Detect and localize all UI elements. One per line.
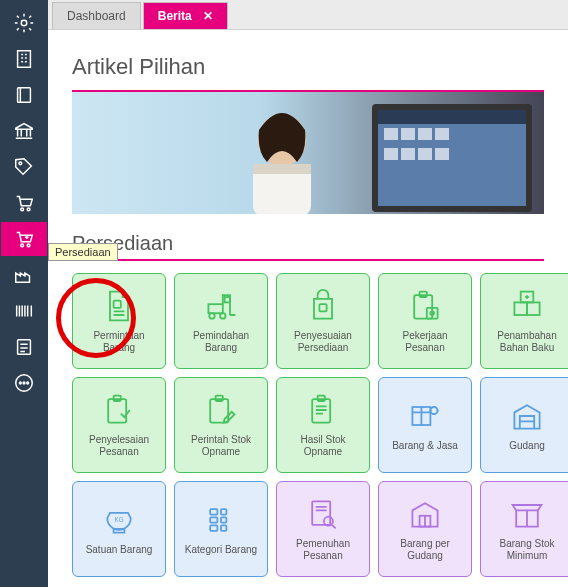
svg-point-12 (27, 382, 29, 384)
bag-icon (305, 288, 341, 324)
svg-rect-38 (210, 509, 217, 514)
card-label: Penyelesaian Pesanan (77, 434, 161, 459)
svg-point-3 (19, 162, 22, 165)
nav-purchase[interactable] (1, 186, 47, 220)
cart-icon (13, 192, 35, 214)
tag-icon (13, 156, 35, 178)
box-open-icon (509, 496, 545, 532)
svg-rect-44 (312, 501, 330, 524)
card-label: Permintaan Barang (77, 330, 161, 355)
card-perintah-stok-opname[interactable]: Perintah Stok Opname (174, 377, 268, 473)
circle-dots-icon (13, 372, 35, 394)
tooltip: Persediaan (48, 243, 118, 261)
svg-rect-40 (210, 525, 217, 530)
card-label: Barang per Gudang (383, 538, 467, 563)
svg-point-36 (430, 407, 437, 414)
boxes-plus-icon (509, 288, 545, 324)
clipboard-edit-icon (203, 392, 239, 428)
main-content: Dashboard Berita ✕ Artikel Pilihan (48, 0, 568, 587)
clipboard-gear-icon (407, 288, 443, 324)
nav-ledger[interactable] (1, 78, 47, 112)
page-title: Artikel Pilihan (72, 54, 544, 80)
svg-rect-42 (221, 517, 226, 522)
card-label: Kategori Barang (185, 544, 257, 557)
book-icon (13, 84, 35, 106)
banner-monitor-illustration (372, 104, 532, 212)
card-barang-per-gudang[interactable]: Barang per Gudang (378, 481, 472, 577)
warehouse-icon (509, 398, 545, 434)
card-pemindahan-barang[interactable]: Pemindahan Barang (174, 273, 268, 369)
card-permintaan-barang[interactable]: Permintaan Barang (72, 273, 166, 369)
card-label: Satuan Barang (86, 544, 153, 557)
sidebar (0, 0, 48, 587)
card-label: Barang Stok Minimum (485, 538, 568, 563)
document-search-icon (305, 496, 341, 532)
card-barang-stok-minimum[interactable]: Barang Stok Minimum (480, 481, 568, 577)
building-icon (13, 48, 35, 70)
svg-rect-27 (527, 302, 540, 315)
nav-inventory[interactable] (1, 222, 47, 256)
card-satuan-barang[interactable]: KG Satuan Barang (72, 481, 166, 577)
svg-point-11 (23, 382, 25, 384)
card-penyesuaian-persediaan[interactable]: Penyesuaian Persediaan (276, 273, 370, 369)
svg-point-6 (21, 244, 24, 247)
forklift-icon (203, 288, 239, 324)
card-gudang[interactable]: Gudang (480, 377, 568, 473)
svg-rect-15 (253, 164, 311, 174)
section-title: Persediaan (72, 232, 544, 255)
tab-label: Berita (158, 9, 192, 23)
card-label: Pekerjaan Pesanan (383, 330, 467, 355)
nav-other[interactable] (1, 366, 47, 400)
divider (72, 259, 544, 261)
svg-rect-29 (108, 399, 126, 422)
nav-report[interactable] (1, 330, 47, 364)
report-icon (13, 336, 35, 358)
svg-text:KG: KG (114, 516, 123, 523)
nav-company[interactable] (1, 42, 47, 76)
svg-rect-16 (114, 300, 121, 307)
close-icon[interactable]: ✕ (203, 9, 213, 23)
svg-rect-33 (312, 399, 330, 422)
tab-berita[interactable]: Berita ✕ (143, 2, 228, 29)
card-kategori-barang[interactable]: Kategori Barang (174, 481, 268, 577)
nav-barcode[interactable] (1, 294, 47, 328)
svg-rect-20 (225, 297, 230, 302)
svg-rect-34 (318, 395, 325, 400)
card-label: Pemindahan Barang (179, 330, 263, 355)
factory-icon (13, 264, 35, 286)
card-label: Pemenuhan Pesanan (281, 538, 365, 563)
scale-icon: KG (101, 502, 137, 538)
svg-point-5 (27, 208, 30, 211)
box-gear-icon (407, 398, 443, 434)
gear-icon (13, 12, 35, 34)
svg-point-7 (27, 244, 30, 247)
nav-assets[interactable] (1, 258, 47, 292)
hero-banner (72, 90, 544, 214)
banner-person-illustration (217, 100, 347, 214)
card-penyelesaian-pesanan[interactable]: Penyelesaian Pesanan (72, 377, 166, 473)
svg-rect-21 (319, 304, 326, 311)
document-icon (101, 288, 137, 324)
card-hasil-stok-opname[interactable]: Hasil Stok Opname (276, 377, 370, 473)
card-pemenuhan-pesanan[interactable]: Pemenuhan Pesanan (276, 481, 370, 577)
svg-point-18 (209, 313, 214, 318)
tab-dashboard[interactable]: Dashboard (52, 2, 141, 29)
nav-sales[interactable] (1, 150, 47, 184)
svg-rect-39 (210, 517, 217, 522)
clipboard-check-icon (101, 392, 137, 428)
card-penambahan-bahan-baku[interactable]: Penambahan Bahan Baku (480, 273, 568, 369)
card-label: Gudang (509, 440, 545, 453)
svg-point-9 (16, 375, 33, 392)
card-barang-jasa[interactable]: Barang & Jasa (378, 377, 472, 473)
barcode-icon (13, 300, 35, 322)
grid-icon (203, 502, 239, 538)
nav-cash[interactable] (1, 114, 47, 148)
card-label: Penambahan Bahan Baku (485, 330, 568, 355)
nav-settings[interactable] (1, 6, 47, 40)
card-pekerjaan-pesanan[interactable]: Pekerjaan Pesanan (378, 273, 472, 369)
card-label: Perintah Stok Opname (179, 434, 263, 459)
svg-rect-1 (18, 51, 31, 68)
cart-plus-icon (13, 228, 35, 250)
clipboard-list-icon (305, 392, 341, 428)
card-label: Barang & Jasa (392, 440, 458, 453)
